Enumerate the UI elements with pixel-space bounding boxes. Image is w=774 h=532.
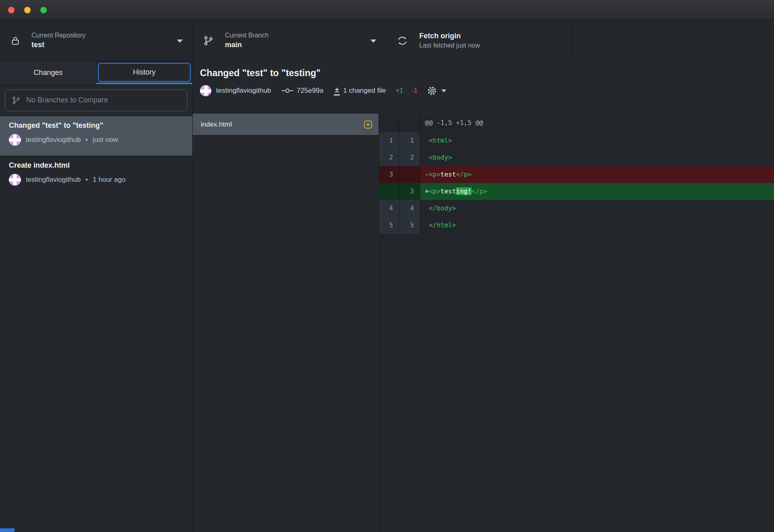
- tab-history-label: History: [133, 68, 156, 77]
- diff-line-2[interactable]: 22 <body>: [379, 149, 774, 166]
- avatar: [9, 134, 21, 146]
- app-window: Current Repository test Current Branch m…: [0, 0, 774, 532]
- commit-author: testingflaviogithub: [26, 136, 81, 144]
- old-line-number: [379, 183, 399, 200]
- new-line-number: 1: [399, 132, 420, 149]
- diff-line-content: </body>: [420, 200, 774, 217]
- repository-name: test: [31, 41, 85, 49]
- commit-icon: [281, 87, 293, 95]
- branch-name: main: [225, 41, 269, 49]
- deletions-count: -1: [412, 87, 418, 95]
- sync-icon: [397, 35, 408, 46]
- old-line-number: 3: [379, 166, 399, 183]
- diff-line-1[interactable]: 11 <html>: [379, 132, 774, 149]
- focus-artifact: [0, 528, 15, 532]
- titlebar: [0, 0, 774, 20]
- new-line-number: [399, 166, 420, 183]
- commit-time: 1 hour ago: [93, 176, 125, 184]
- diff-line-content: +<p>testing!</p>: [420, 183, 774, 200]
- file-name: index.html: [201, 121, 364, 129]
- chevron-down-icon: [370, 39, 376, 43]
- new-line-number: 5: [399, 217, 420, 234]
- avatar: [200, 85, 211, 96]
- zoom-button[interactable]: [40, 7, 47, 13]
- old-line-number: 5: [379, 217, 399, 234]
- commit-author: testingflaviogithub: [26, 176, 81, 184]
- compare-branch-input[interactable]: No Branches to Compare: [5, 89, 187, 111]
- new-line-number: 3: [399, 183, 420, 200]
- gear-icon: [427, 85, 437, 96]
- commit-author: testingflaviogithub: [216, 87, 271, 95]
- sidebar-tabs: Changes History: [0, 61, 192, 85]
- changed-files-count: 1 changed file: [343, 87, 386, 95]
- commit-list-item[interactable]: Create index.html testingflaviogithub • …: [0, 156, 192, 196]
- fetch-subtitle: Last fetched just now: [419, 42, 480, 49]
- file-row[interactable]: index.html: [193, 114, 379, 135]
- old-line-number: 2: [379, 149, 399, 166]
- compare-branch-area: No Branches to Compare: [0, 85, 192, 116]
- commit-time: just now: [93, 136, 118, 144]
- avatar: [9, 174, 21, 186]
- commit-details-header: Changed "test" to "testing" testingflavi…: [193, 61, 774, 114]
- commit-history-list: Changed "test" to "testing" testingflavi…: [0, 116, 192, 532]
- minimize-button[interactable]: [24, 7, 31, 13]
- hunk-header-row: @@ -1,5 +1,5 @@: [379, 114, 774, 132]
- diff-icon: ±: [334, 86, 340, 96]
- repository-label: Current Repository: [31, 32, 85, 39]
- tab-history[interactable]: History: [96, 61, 193, 84]
- old-line-number: 1: [379, 132, 399, 149]
- git-branch-icon: [12, 96, 21, 105]
- diff-line-content: -<p>test</p>: [420, 166, 774, 183]
- toolbar-spacer: [572, 20, 774, 61]
- diff-rows: 11 <html>22 <body>3-<p>test</p>3+<p>test…: [379, 132, 774, 234]
- fetch-origin-button[interactable]: Fetch origin Last fetched just now: [386, 20, 572, 61]
- diff-line-content: <html>: [420, 132, 774, 149]
- commit-summary-title: Changed "test" to "testing": [200, 68, 774, 79]
- diff-line-content: <body>: [420, 149, 774, 166]
- meta-separator: •: [85, 136, 88, 144]
- meta-separator: •: [85, 176, 88, 184]
- diff-line-4[interactable]: 3+<p>testing!</p>: [379, 183, 774, 200]
- branch-picker[interactable]: Current Branch main: [193, 20, 386, 61]
- commit-title: Create index.html: [9, 161, 183, 170]
- diff-line-3[interactable]: 3-<p>test</p>: [379, 166, 774, 183]
- fetch-title: Fetch origin: [419, 32, 480, 40]
- new-line-number: 2: [399, 149, 420, 166]
- diff-line-6[interactable]: 55 </html>: [379, 217, 774, 234]
- hunk-header: @@ -1,5 +1,5 @@: [420, 114, 774, 132]
- diff-options-button[interactable]: [427, 85, 446, 96]
- lock-icon: [10, 36, 20, 46]
- commit-sha[interactable]: 725e99a: [297, 87, 323, 95]
- tab-changes-label: Changes: [33, 69, 62, 77]
- toolbar: Current Repository test Current Branch m…: [0, 20, 774, 61]
- diff-line-content: </html>: [420, 217, 774, 234]
- changed-files-list: index.html: [193, 114, 379, 532]
- tab-changes[interactable]: Changes: [0, 61, 96, 84]
- close-button[interactable]: [8, 7, 15, 13]
- sidebar: Changes History: [0, 61, 193, 532]
- new-line-number: 4: [399, 200, 420, 217]
- additions-count: +1: [395, 87, 403, 95]
- git-branch-icon: [203, 35, 214, 46]
- compare-placeholder: No Branches to Compare: [26, 96, 108, 104]
- repository-picker[interactable]: Current Repository test: [0, 20, 193, 61]
- main-panel: Changed "test" to "testing" testingflavi…: [193, 61, 774, 532]
- commit-title: Changed "test" to "testing": [9, 121, 183, 130]
- diff-view: @@ -1,5 +1,5 @@ 11 <html>22 <body>3-<p>t…: [379, 114, 774, 532]
- commit-list-item[interactable]: Changed "test" to "testing" testingflavi…: [0, 116, 192, 156]
- chevron-down-icon: [177, 39, 183, 43]
- old-line-number: 4: [379, 200, 399, 217]
- chevron-down-icon: [441, 89, 446, 92]
- diff-line-5[interactable]: 44 </body>: [379, 200, 774, 217]
- branch-label: Current Branch: [225, 32, 269, 39]
- modified-file-icon: [364, 121, 372, 129]
